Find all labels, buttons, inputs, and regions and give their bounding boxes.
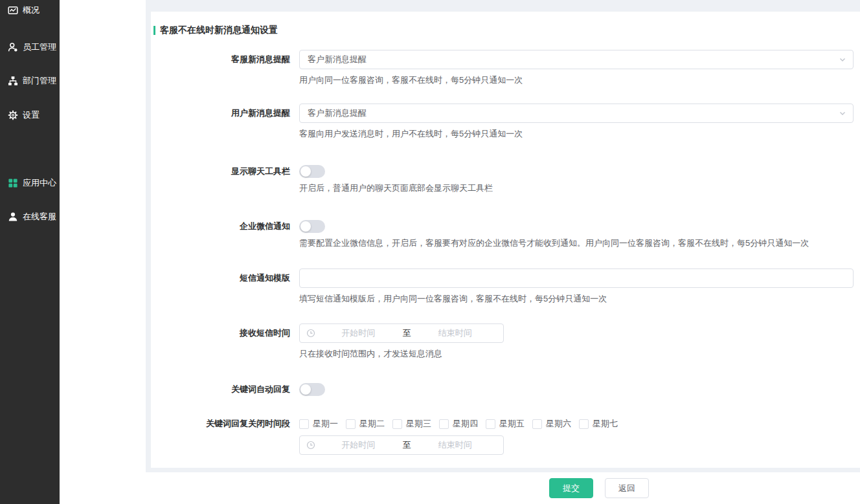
field-label: 接收短信时间 (151, 323, 299, 343)
field-label: 短信通知模版 (151, 268, 299, 288)
clock-icon (306, 441, 315, 450)
field-label: 客服新消息提醒 (151, 50, 299, 69)
sidebar-item-employees[interactable]: 员工管理 (8, 40, 56, 54)
sidebar-item-departments[interactable]: 部门管理 (8, 74, 56, 88)
agent-new-message-select[interactable]: 客户新消息提醒 (299, 50, 854, 69)
overview-icon (8, 5, 18, 16)
sidebar-item-settings[interactable]: 设置 (8, 108, 40, 122)
start-time-placeholder: 开始时间 (317, 439, 400, 451)
checkbox-tuesday[interactable]: 星期二 (346, 418, 385, 430)
sidebar-item-label: 在线客服 (23, 211, 56, 223)
field-help: 客服向用户发送消息时，用户不在线时，每5分钟只通知一次 (299, 128, 860, 140)
user-new-message-select[interactable]: 客户新消息提醒 (299, 104, 854, 123)
submit-button[interactable]: 提交 (549, 478, 593, 498)
weekday-checkbox-group: 星期一 星期二 星期三 星期四 (299, 418, 860, 430)
field-help: 开启后，普通用户的聊天页面底部会显示聊天工具栏 (299, 182, 860, 194)
checkbox-label: 星期七 (593, 418, 618, 430)
checkbox-label: 星期一 (313, 418, 338, 430)
field-help: 用户向同一位客服咨询，客服不在线时，每5分钟只通知一次 (299, 74, 860, 86)
field-label: 显示聊天工具栏 (151, 165, 299, 178)
checkbox-box[interactable] (299, 419, 309, 429)
sidebar-item-label: 概况 (23, 5, 40, 16)
checkbox-label: 星期五 (499, 418, 525, 430)
checkbox-box[interactable] (346, 419, 356, 429)
keyword-autoreply-toggle[interactable] (299, 383, 325, 396)
checkbox-box[interactable] (392, 419, 402, 429)
settings-card: 客服不在线时新消息通知设置 客服新消息提醒 客户新消息提醒 用户向同一位客服咨询… (151, 12, 860, 468)
select-value: 客户新消息提醒 (308, 107, 367, 119)
form-row-agent-new-message: 客服新消息提醒 客户新消息提醒 用户向同一位客服咨询，客服不在线时，每5分钟只通… (151, 50, 860, 86)
sms-time-range-picker[interactable]: 开始时间 至 结束时间 (299, 323, 504, 343)
employees-icon (8, 42, 18, 52)
checkbox-label: 星期二 (359, 418, 385, 430)
settings-gear-icon (8, 110, 18, 120)
chat-toolbar-toggle[interactable] (299, 165, 325, 178)
departments-icon (8, 76, 18, 86)
chevron-down-icon (839, 56, 846, 63)
field-label: 关键词自动回复 (151, 383, 299, 396)
online-service-icon (8, 212, 18, 222)
section-title: 客服不在线时新消息通知设置 (153, 25, 860, 36)
checkbox-wednesday[interactable]: 星期三 (392, 418, 431, 430)
chevron-down-icon (839, 109, 846, 117)
range-separator: 至 (402, 439, 413, 451)
sms-template-input[interactable] (299, 268, 854, 288)
secondary-panel (60, 0, 146, 504)
range-separator: 至 (402, 327, 413, 339)
sidebar-item-label: 员工管理 (23, 41, 56, 53)
checkbox-monday[interactable]: 星期一 (299, 418, 338, 430)
checkbox-label: 星期三 (406, 418, 431, 430)
field-label: 企业微信通知 (151, 220, 299, 233)
checkbox-box[interactable] (579, 419, 589, 429)
checkbox-thursday[interactable]: 星期四 (439, 418, 478, 430)
field-label: 用户新消息提醒 (151, 104, 299, 123)
footer-action-bar: 提交 返回 (146, 472, 860, 504)
checkbox-friday[interactable]: 星期五 (486, 418, 525, 430)
settings-form: 客服新消息提醒 客户新消息提醒 用户向同一位客服咨询，客服不在线时，每5分钟只通… (151, 50, 860, 455)
field-help: 需要配置企业微信信息，开启后，客服要有对应的企业微信号才能收到通知。用户向同一位… (299, 237, 860, 249)
sidebar-item-label: 设置 (23, 109, 40, 121)
sidebar: 概况 员工管理 部门管理 设置 应用中心 在线客服 (0, 0, 60, 504)
form-row-chat-toolbar: 显示聊天工具栏 开启后，普通用户的聊天页面底部会显示聊天工具栏 (151, 165, 860, 194)
end-time-placeholder: 结束时间 (414, 439, 497, 451)
form-row-sms-time: 接收短信时间 开始时间 至 结束时间 只在接收时间范围内，才发送短息消息 (151, 323, 860, 360)
clock-icon (306, 329, 315, 338)
checkbox-box[interactable] (486, 419, 495, 429)
app-center-icon (8, 178, 18, 188)
form-row-keyword-off-period: 关键词回复关闭时间段 星期一 星期二 星期三 (151, 418, 860, 455)
wecom-notify-toggle[interactable] (299, 220, 325, 233)
field-help: 填写短信通知模版后，用户向同一位客服咨询，客服不在线时，每5分钟只通知一次 (299, 293, 860, 305)
checkbox-saturday[interactable]: 星期六 (532, 418, 571, 430)
field-label: 关键词回复关闭时间段 (151, 418, 299, 430)
checkbox-box[interactable] (532, 419, 542, 429)
start-time-placeholder: 开始时间 (317, 327, 400, 339)
section-title-text: 客服不在线时新消息通知设置 (160, 25, 278, 36)
main-page: 客服不在线时新消息通知设置 客服新消息提醒 客户新消息提醒 用户向同一位客服咨询… (146, 0, 860, 504)
title-accent-bar (153, 26, 155, 35)
end-time-placeholder: 结束时间 (414, 327, 497, 339)
form-row-user-new-message: 用户新消息提醒 客户新消息提醒 客服向用户发送消息时，用户不在线时，每5分钟只通… (151, 104, 860, 140)
sidebar-item-label: 部门管理 (23, 75, 56, 87)
form-row-wecom-notify: 企业微信通知 需要配置企业微信信息，开启后，客服要有对应的企业微信号才能收到通知… (151, 220, 860, 249)
sidebar-item-label: 应用中心 (23, 177, 56, 189)
checkbox-label: 星期六 (546, 418, 571, 430)
form-row-keyword-autoreply: 关键词自动回复 (151, 383, 860, 396)
sidebar-item-app-center[interactable]: 应用中心 (8, 176, 56, 190)
back-button[interactable]: 返回 (605, 478, 649, 498)
sidebar-item-online-service[interactable]: 在线客服 (8, 210, 56, 224)
sidebar-item-overview[interactable]: 概况 (8, 3, 40, 17)
checkbox-label: 星期四 (453, 418, 478, 430)
field-help: 只在接收时间范围内，才发送短息消息 (299, 348, 860, 360)
checkbox-sunday[interactable]: 星期七 (579, 418, 618, 430)
keyword-off-time-range-picker[interactable]: 开始时间 至 结束时间 (299, 435, 504, 455)
form-row-sms-template: 短信通知模版 填写短信通知模版后，用户向同一位客服咨询，客服不在线时，每5分钟只… (151, 268, 860, 305)
select-value: 客户新消息提醒 (308, 54, 367, 65)
checkbox-box[interactable] (439, 419, 449, 429)
